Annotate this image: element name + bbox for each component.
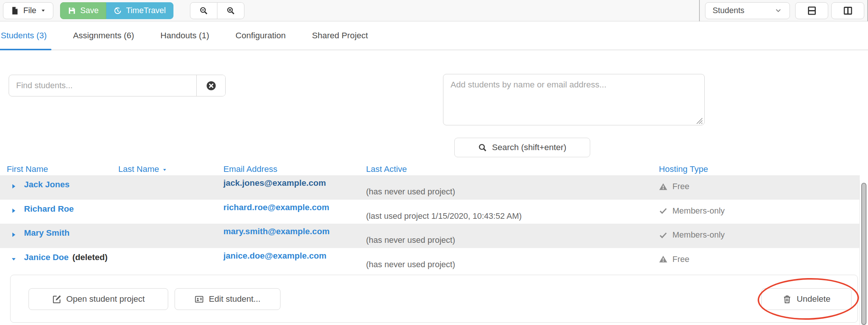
- id-card-icon: [194, 295, 204, 304]
- hosting-type: Free: [659, 254, 689, 264]
- column-header-hosting-type[interactable]: Hosting Type: [659, 164, 708, 174]
- check-icon: [659, 206, 668, 215]
- scrollbar-thumb[interactable]: [861, 183, 866, 325]
- caret-right-icon[interactable]: [11, 232, 17, 238]
- scrollbar-track: [859, 180, 860, 325]
- file-icon: [11, 6, 19, 15]
- student-row[interactable]: Janice Doe(deleted)janice.doe@example.co…: [0, 248, 860, 272]
- undelete-button[interactable]: Undelete: [761, 288, 851, 310]
- add-students-textarea[interactable]: [443, 74, 705, 125]
- frame-type-label: Students: [713, 6, 744, 15]
- zoom-out-button[interactable]: [190, 2, 217, 19]
- tab-shared-project[interactable]: Shared Project: [311, 22, 369, 50]
- edit-student-label: Edit student...: [209, 294, 261, 304]
- toolbar-divider: [699, 0, 700, 21]
- column-header-label: Hosting Type: [659, 164, 708, 174]
- edit-student-button[interactable]: Edit student...: [175, 288, 280, 310]
- times-circle-icon: [206, 80, 217, 91]
- hosting-type: Members-only: [659, 230, 725, 240]
- students-table-header: First NameLast NameEmail AddressLast Act…: [0, 164, 860, 175]
- history-icon: [113, 6, 122, 15]
- caret-right-icon[interactable]: [11, 208, 17, 214]
- hosting-type-label: Free: [672, 182, 689, 191]
- frame-type-dropdown[interactable]: Students: [705, 2, 790, 19]
- column-header-label: Last Active: [366, 164, 407, 174]
- clear-search-button[interactable]: [196, 75, 225, 96]
- student-name-link[interactable]: Janice Doe(deleted): [24, 253, 108, 262]
- student-row[interactable]: Richard Roerichard.roe@example.com(last …: [0, 200, 860, 224]
- last-active-text: (has never used project): [366, 187, 455, 197]
- tab-bar: Students (3)Assignments (6)Handouts (1)C…: [0, 22, 868, 50]
- caret-down-icon[interactable]: [11, 256, 17, 262]
- column-header-label: Last Name: [118, 164, 159, 174]
- caret-right-icon[interactable]: [11, 183, 17, 190]
- student-email-link[interactable]: mary.smith@example.com: [223, 227, 330, 236]
- student-name-link[interactable]: Mary Smith: [24, 228, 69, 238]
- save-button-label: Save: [80, 6, 99, 15]
- split-row-button[interactable]: [795, 2, 828, 19]
- pencil-square-icon: [52, 295, 62, 304]
- split-col-button[interactable]: [831, 2, 864, 19]
- toolbar: File Save TimeTravel Students: [0, 0, 868, 21]
- student-name-link[interactable]: Jack Jones: [24, 180, 69, 190]
- student-email-link[interactable]: jack.jones@example.com: [223, 178, 326, 188]
- student-name-link[interactable]: Richard Roe: [24, 204, 74, 214]
- resize-grip-icon[interactable]: [695, 117, 703, 124]
- students-table: Jack Jonesjack.jones@example.com(has nev…: [0, 175, 860, 272]
- column-header-first-name[interactable]: First Name: [7, 164, 48, 174]
- column-header-last-name[interactable]: Last Name: [118, 164, 167, 174]
- warning-icon: [659, 255, 668, 263]
- hosting-type-label: Members-only: [672, 230, 725, 240]
- column-header-last-active[interactable]: Last Active: [366, 164, 407, 174]
- tab-configuration[interactable]: Configuration: [235, 22, 286, 50]
- save-button[interactable]: Save: [60, 2, 106, 19]
- file-menu-label: File: [23, 6, 36, 15]
- find-students-group: [9, 75, 226, 96]
- zoom-in-button[interactable]: [217, 2, 244, 19]
- split-row-icon: [807, 6, 817, 16]
- open-student-project-button[interactable]: Open student project: [29, 288, 168, 310]
- tab-handouts-1[interactable]: Handouts (1): [160, 22, 210, 50]
- sort-caret-down-icon: [162, 167, 167, 172]
- last-active-text: (last used project 1/15/2020, 10:43:52 A…: [366, 211, 522, 221]
- column-header-email-address[interactable]: Email Address: [223, 164, 277, 174]
- student-row[interactable]: Mary Smithmary.smith@example.com(has nev…: [0, 224, 860, 248]
- timetravel-button[interactable]: TimeTravel: [106, 2, 173, 19]
- chevron-down-icon: [774, 6, 782, 15]
- search-button-label: Search (shift+enter): [492, 143, 566, 152]
- trash-icon: [782, 295, 792, 304]
- hosting-type: Members-only: [659, 206, 725, 216]
- deleted-badge: (deleted): [72, 253, 108, 262]
- search-icon: [478, 143, 487, 152]
- student-detail-panel: Open student project Edit student... Und…: [10, 275, 858, 323]
- zoom-in-icon: [226, 6, 235, 15]
- column-header-label: First Name: [7, 164, 48, 174]
- student-email-link[interactable]: janice.doe@example.com: [223, 251, 327, 261]
- last-active-text: (has never used project): [366, 235, 455, 245]
- hosting-type-label: Free: [672, 254, 689, 264]
- find-students-input[interactable]: [9, 75, 196, 96]
- last-active-text: (has never used project): [366, 260, 455, 269]
- file-menu-button[interactable]: File: [3, 2, 53, 19]
- hosting-type-label: Members-only: [672, 206, 725, 216]
- student-email-link[interactable]: richard.roe@example.com: [223, 203, 329, 212]
- student-row[interactable]: Jack Jonesjack.jones@example.com(has nev…: [0, 175, 860, 200]
- caret-down-icon: [41, 8, 46, 13]
- hosting-type: Free: [659, 182, 689, 191]
- tab-students-3[interactable]: Students (3): [0, 22, 48, 50]
- split-col-icon: [843, 6, 853, 16]
- zoom-out-icon: [199, 6, 208, 15]
- warning-icon: [659, 182, 668, 191]
- save-icon: [68, 6, 76, 15]
- search-button[interactable]: Search (shift+enter): [454, 138, 590, 157]
- column-header-label: Email Address: [223, 164, 277, 174]
- undelete-label: Undelete: [797, 294, 830, 304]
- tab-assignments-6[interactable]: Assignments (6): [72, 22, 135, 50]
- open-student-project-label: Open student project: [66, 294, 145, 304]
- check-icon: [659, 231, 668, 239]
- timetravel-button-label: TimeTravel: [126, 6, 166, 15]
